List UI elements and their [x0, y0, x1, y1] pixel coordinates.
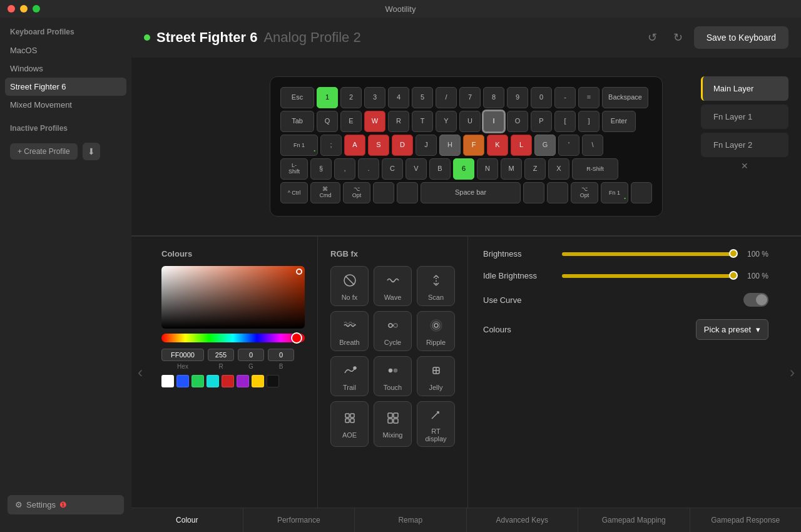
sidebar-item-streetfighter6[interactable]: Street Fighter 6 — [5, 78, 126, 96]
key-o[interactable]: O — [507, 111, 528, 132]
tab-remap[interactable]: Remap — [355, 508, 467, 532]
key-w[interactable]: W — [364, 111, 385, 132]
fx-rt-display[interactable]: RT display — [417, 401, 455, 447]
swatch-yellow[interactable] — [252, 375, 264, 387]
key-r[interactable]: R — [388, 111, 409, 132]
key-extra3[interactable] — [523, 182, 544, 203]
key-y[interactable]: Y — [436, 111, 457, 132]
key-comma[interactable]: , — [334, 158, 355, 180]
key-z[interactable]: Z — [524, 158, 546, 180]
key-section[interactable]: § — [310, 158, 332, 180]
fx-ripple[interactable]: Ripple — [417, 311, 455, 351]
fx-no-fx[interactable]: No fx — [330, 266, 369, 306]
sidebar-item-macos[interactable]: MacOS — [0, 41, 131, 59]
fx-scan[interactable]: Scan — [417, 266, 455, 306]
key-p[interactable]: P — [531, 111, 552, 132]
key-extra1[interactable] — [373, 182, 394, 203]
key-a[interactable]: A — [344, 135, 365, 156]
key-k[interactable]: K — [487, 135, 508, 156]
key-extra4[interactable] — [547, 182, 568, 203]
color-picker[interactable] — [161, 266, 305, 329]
r-input[interactable] — [208, 349, 234, 361]
g-input[interactable] — [238, 349, 264, 361]
key-e[interactable]: E — [340, 111, 362, 132]
key-rbracket[interactable]: ] — [578, 111, 599, 132]
key-backslash[interactable]: \ — [582, 135, 603, 156]
key-9[interactable]: 9 — [507, 87, 528, 108]
key-u[interactable]: U — [459, 111, 481, 132]
key-t[interactable]: T — [412, 111, 433, 132]
create-profile-button[interactable]: + Create Profile — [10, 143, 78, 160]
fx-aoe[interactable]: AOE — [330, 401, 369, 447]
key-j[interactable]: J — [416, 135, 437, 156]
key-slash[interactable]: / — [436, 87, 457, 108]
key-m[interactable]: M — [501, 158, 522, 180]
fn-layer-2-button[interactable]: Fn Layer 2 — [701, 133, 788, 157]
key-4[interactable]: 4 — [388, 87, 409, 108]
key-period[interactable]: . — [358, 158, 379, 180]
hue-slider[interactable] — [161, 334, 305, 342]
key-rshift[interactable]: R-Shift — [572, 158, 618, 180]
key-equals[interactable]: = — [578, 87, 599, 108]
hex-input[interactable] — [161, 349, 204, 361]
key-enter[interactable]: Enter — [602, 111, 636, 132]
tab-colour[interactable]: Colour — [131, 508, 243, 532]
key-extra2[interactable] — [397, 182, 418, 203]
fx-touch[interactable]: Touch — [374, 356, 412, 396]
nav-right-button[interactable]: › — [783, 237, 801, 508]
key-cmd[interactable]: ⌘Cmd — [310, 182, 340, 203]
key-8[interactable]: 8 — [483, 87, 504, 108]
key-lopt[interactable]: ⌥Opt — [343, 182, 370, 203]
fx-jelly[interactable]: Jelly — [417, 356, 455, 396]
fx-breath[interactable]: Breath — [330, 311, 369, 351]
b-input[interactable] — [268, 349, 294, 361]
key-space[interactable]: Space bar — [421, 182, 521, 203]
key-2[interactable]: 2 — [340, 87, 362, 108]
fn-layer-1-button[interactable]: Fn Layer 1 — [701, 105, 788, 129]
key-ropt[interactable]: ⌥Opt — [571, 182, 598, 203]
key-semicolon[interactable]: ; — [320, 135, 342, 156]
sidebar-item-windows[interactable]: Windows — [0, 59, 131, 78]
fx-cycle[interactable]: Cycle — [374, 311, 412, 351]
key-c[interactable]: C — [382, 158, 403, 180]
key-lshift[interactable]: L-Shift — [280, 158, 308, 180]
fn-layer-2-close[interactable]: ✕ — [701, 161, 788, 171]
key-q[interactable]: Q — [317, 111, 338, 132]
key-minus[interactable]: - — [554, 87, 576, 108]
minimize-button[interactable] — [20, 5, 28, 13]
tab-gamepad-mapping[interactable]: Gamepad Mapping — [578, 508, 690, 532]
swatch-blue[interactable] — [176, 375, 189, 387]
key-g[interactable]: G — [534, 135, 556, 156]
redo-button[interactable]: ↻ — [668, 28, 688, 47]
tab-advanced-keys[interactable]: Advanced Keys — [467, 508, 579, 532]
swatch-green[interactable] — [191, 375, 204, 387]
key-x[interactable]: X — [548, 158, 569, 180]
key-n[interactable]: N — [477, 158, 498, 180]
use-curve-toggle[interactable] — [743, 293, 768, 307]
tab-gamepad-response[interactable]: Gamepad Response — [690, 508, 802, 532]
fx-mixing[interactable]: Mixing — [374, 401, 412, 447]
key-s[interactable]: S — [368, 135, 389, 156]
key-lbracket[interactable]: [ — [554, 111, 576, 132]
key-tab[interactable]: Tab — [280, 111, 314, 132]
key-5[interactable]: 5 — [412, 87, 433, 108]
key-7[interactable]: 7 — [459, 87, 481, 108]
key-i[interactable]: I — [483, 111, 504, 132]
key-esc[interactable]: Esc — [280, 87, 314, 108]
key-1[interactable]: 1 — [317, 87, 338, 108]
tab-performance[interactable]: Performance — [243, 508, 355, 532]
colours-preset-dropdown[interactable]: Pick a preset ▾ — [696, 319, 768, 340]
swatch-cyan[interactable] — [207, 375, 219, 387]
idle-brightness-track[interactable] — [562, 274, 737, 278]
fx-trail[interactable]: Trail — [330, 356, 369, 396]
save-to-keyboard-button[interactable]: Save to Keyboard — [694, 26, 788, 49]
key-d[interactable]: D — [392, 135, 413, 156]
key-quote[interactable]: ' — [558, 135, 579, 156]
key-fn1-bottom[interactable]: Fn 1 — [601, 182, 628, 203]
key-f[interactable]: F — [463, 135, 484, 156]
maximize-button[interactable] — [33, 5, 40, 13]
key-backspace[interactable]: Backspace — [602, 87, 648, 108]
brightness-track[interactable] — [562, 252, 737, 256]
key-v[interactable]: V — [406, 158, 427, 180]
swatch-white[interactable] — [161, 375, 174, 387]
